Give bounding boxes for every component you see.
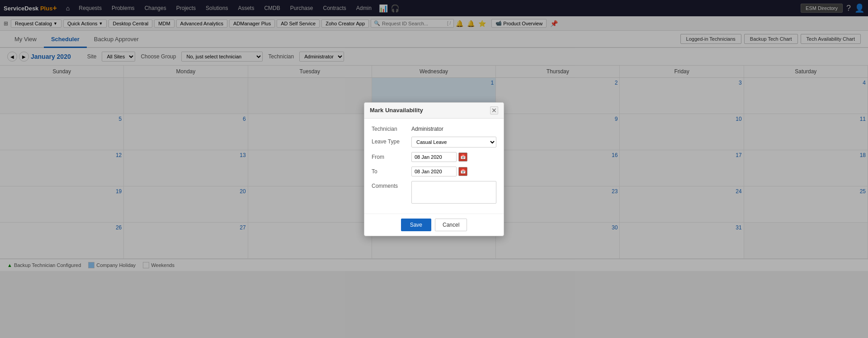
from-field-label: From (372, 152, 408, 160)
mark-unavailability-modal: Mark Unavailability ✕ Technician Adminis… (364, 102, 504, 236)
from-row: From 📅 (372, 152, 496, 162)
leave-type-select[interactable]: Casual Leave Sick Leave Privilege Leave … (411, 137, 496, 148)
to-date-input[interactable] (411, 167, 457, 176)
to-field-label: To (372, 167, 408, 175)
save-button[interactable]: Save (401, 219, 431, 231)
modal-footer: Save Cancel (364, 214, 504, 236)
to-calendar-icon[interactable]: 📅 (458, 167, 467, 176)
leave-type-field-label: Leave Type (372, 137, 408, 145)
modal-title: Mark Unavailability (370, 107, 423, 114)
comments-textarea[interactable] (411, 181, 496, 204)
technician-field-label: Technician (372, 124, 408, 132)
comments-field-label: Comments (372, 181, 408, 189)
from-calendar-icon[interactable]: 📅 (458, 152, 467, 162)
cancel-button[interactable]: Cancel (435, 219, 467, 231)
to-date-row: 📅 (411, 167, 496, 176)
modal-header: Mark Unavailability ✕ (364, 103, 504, 119)
technician-row: Technician Administrator (372, 124, 496, 132)
modal-overlay[interactable]: Mark Unavailability ✕ Technician Adminis… (0, 0, 868, 271)
technician-field-value: Administrator (411, 124, 496, 132)
from-date-row: 📅 (411, 152, 496, 162)
modal-body: Technician Administrator Leave Type Casu… (364, 119, 504, 214)
to-row: To 📅 (372, 167, 496, 176)
modal-close-button[interactable]: ✕ (490, 106, 498, 114)
comments-row: Comments (372, 181, 496, 204)
from-date-input[interactable] (411, 152, 457, 162)
leave-type-row: Leave Type Casual Leave Sick Leave Privi… (372, 137, 496, 148)
